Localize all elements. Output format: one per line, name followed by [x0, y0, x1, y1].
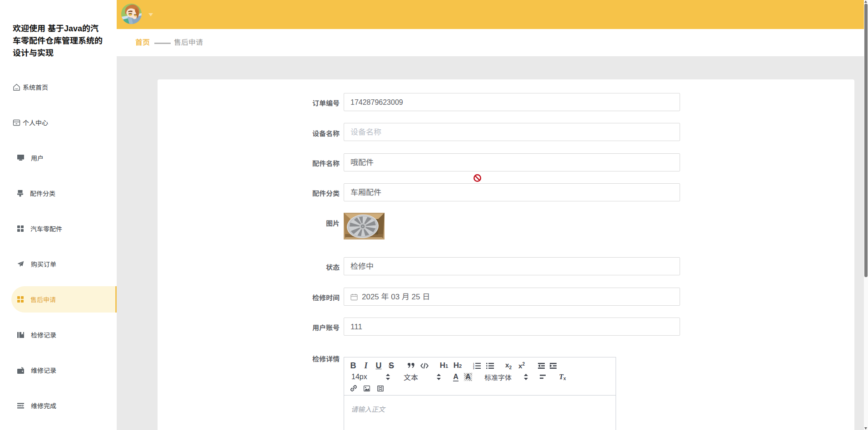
svg-text:3: 3: [473, 367, 474, 369]
